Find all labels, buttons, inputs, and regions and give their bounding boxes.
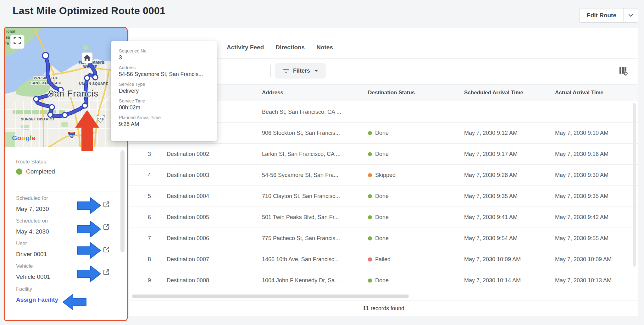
destination-row[interactable]: 3Destination 0002Larkin St, San Francisc… [129,144,638,165]
cell-scheduled-arrival: May 7, 2030 9:41 AM [462,214,552,221]
filter-icon [283,68,289,74]
external-link-icon[interactable] [103,201,110,208]
cell-scheduled-arrival: May 7, 2030 10:09 AM [462,256,552,263]
col-header-address[interactable]: Address [259,90,365,96]
detail-value: May 7, 2030 [16,206,49,212]
status-dot [368,194,372,198]
cell-address: 1004 John F Kennedy Dr, Sa... [259,277,365,284]
status-text: Done [375,277,389,284]
destination-row[interactable]: 5Destination 0004710 Clayton St, San Fra… [129,186,638,207]
cell-actual-arrival: May 7, 2030 9:42 AM [552,214,638,221]
route-summary-card: PRESIDIO OF SAN FRANCISCO FISHERMAN'S WH… [4,27,128,321]
destination-row[interactable]: 9Destination 00081004 John F Kennedy Dr,… [129,270,638,291]
destination-row[interactable]: 6Destination 0005501 Twin Peaks Blvd, Sa… [129,207,638,228]
cell-status: Skipped [365,172,462,179]
route-status-value: Completed [16,168,55,175]
map-label-fragment-2: ea [6,35,10,40]
status-dot [368,278,372,283]
page-title: Last Mile Optimized Route 0001 [13,5,165,17]
google-logo: Google [12,134,36,141]
cell-status: Done [365,277,462,284]
records-count: 11 [363,305,369,312]
cell-sequence: 8 [129,256,164,263]
tooltip-field-value: 9:28 AM [119,121,209,128]
cell-status: Failed [365,256,462,263]
vertical-scrollbar[interactable] [633,103,636,267]
route-detail-page: Last Mile Optimized Route 0001 Edit Rout… [0,0,644,325]
cell-actual-arrival: May 7, 2030 9:35 AM [552,193,638,200]
external-link-icon[interactable] [103,246,110,253]
cell-address: Beach St, San Francisco, CA ... [259,109,365,115]
cell-scheduled-arrival: May 7, 2030 9:17 AM [462,151,552,157]
card-divider [12,191,119,191]
status-dot [368,131,372,135]
cell-actual-arrival: May 7, 2030 9:10 AM [552,130,638,136]
destination-row[interactable]: 7Destination 0006775 Pacheco St, San Fra… [129,228,638,249]
col-header-actual[interactable]: Actual Arrival Time [552,90,638,96]
col-header-status[interactable]: Destination Status [365,90,462,96]
tab-notes[interactable]: Notes [316,44,333,51]
edit-route-dropdown-button[interactable] [623,8,638,22]
tooltip-field-label: Service Time [119,98,209,103]
svg-text:280: 280 [69,135,74,138]
tooltip-fields: Sequence No3Address54-56 Sycamore St, Sa… [119,48,209,128]
cell-address: 54-56 Sycamore St, San Fra... [259,172,365,179]
route-status-label: Route Status [16,159,46,165]
status-text: Done [375,130,389,136]
tooltip-field-value: Delivery [119,88,209,94]
edit-route-button[interactable]: Edit Route [580,8,623,22]
detail-label: Scheduled for [16,195,48,201]
cell-scheduled-arrival: May 7, 2030 9:35 AM [462,193,552,200]
map-label-union-square: UNION SQUARE [79,82,108,85]
cell-name: Destination 0008 [164,277,259,284]
status-dot [368,257,372,262]
cell-name: Destination 0003 [164,172,259,179]
records-footer: 11 records found [129,300,638,316]
cell-address: 775 Pacheco St, San Francis... [259,235,365,242]
filters-button[interactable]: Filters [275,63,326,79]
map-fullscreen-button[interactable] [10,35,24,49]
detail-label: Scheduled on [16,218,48,224]
route-map[interactable]: PRESIDIO OF SAN FRANCISCO FISHERMAN'S WH… [5,28,127,147]
col-header-scheduled[interactable]: Scheduled Arrival Time [462,90,552,96]
column-settings-icon[interactable] [619,66,628,76]
map-label-sunset: SUNSET DISTRICT [21,117,54,121]
destination-row[interactable]: 4Destination 000354-56 Sycamore St, San … [129,165,638,186]
cell-status: Done [365,130,462,136]
tab-directions[interactable]: Directions [275,44,305,51]
horizontal-scrollbar[interactable] [132,295,409,298]
cell-address: 906 Stockton St, San Francis... [259,130,365,136]
status-dot [368,173,372,177]
tooltip-field-label: Planned Arrival Time [119,115,209,120]
destination-row[interactable]: 8Destination 00071466 10th Ave, San Fran… [129,249,638,270]
map-label-presidio-1: PRESIDIO OF [34,76,58,80]
external-link-icon[interactable] [103,269,110,276]
cell-scheduled-arrival: May 7, 2030 9:12 AM [462,130,552,136]
detail-label: User [16,240,27,246]
cell-sequence: 6 [129,214,164,221]
filters-label: Filters [293,68,310,74]
tab-activity-feed[interactable]: Activity Feed [227,44,264,51]
cell-name: Destination 0007 [164,256,259,263]
card-scrollbar[interactable] [120,150,125,252]
cell-name: Destination 0006 [164,235,259,242]
external-link-icon[interactable] [103,223,110,230]
detail-value: Vehicle 0001 [16,273,50,280]
cell-sequence: 7 [129,235,164,242]
assign-facility-link[interactable]: Assign Facility [16,296,58,303]
chevron-down-icon [628,14,633,17]
status-text: Done [375,214,389,221]
status-text: Failed [375,256,391,263]
cell-actual-arrival: May 7, 2030 9:16 AM [552,151,638,157]
cell-actual-arrival: May 7, 2030 9:30 AM [552,172,638,179]
cell-actual-arrival: May 7, 2030 9:55 AM [552,235,638,242]
svg-text:101: 101 [98,117,103,121]
map-label-fragment-3: re [5,41,9,46]
cell-address: 710 Clayton St, San Francisc... [259,193,365,200]
tooltip-field-label: Address [119,65,209,70]
cell-sequence: 9 [129,277,164,284]
tooltip-field-value: 3 [119,54,209,61]
cell-name: Destination 0004 [164,193,259,200]
status-dot [368,152,372,156]
cell-sequence: 3 [129,151,164,157]
